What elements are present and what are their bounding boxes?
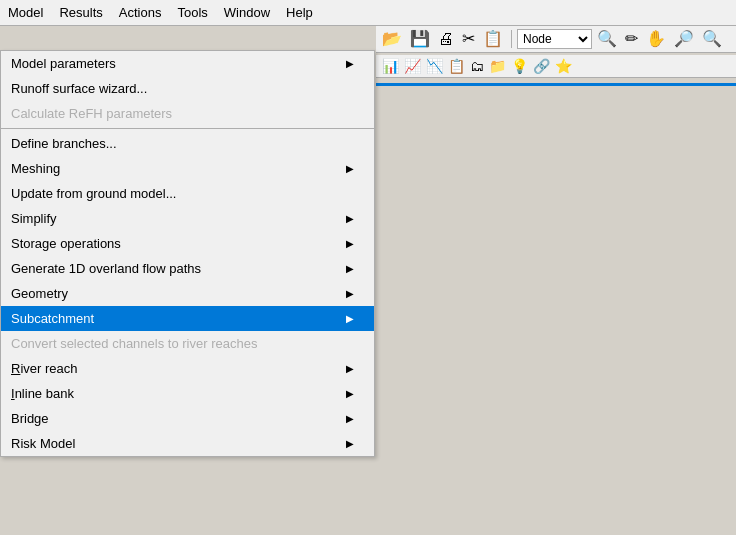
submenu-arrow-subcatchment: ▶ [346,313,354,324]
menu-generate-1d-overland[interactable]: Generate 1D overland flow paths ▶ [1,256,374,281]
menu-river-reach[interactable]: River reach ▶ [1,356,374,381]
submenu-arrow-overland: ▶ [346,263,354,274]
toolbar2-icon-8[interactable]: 🔗 [531,57,552,75]
menu-define-branches[interactable]: Define branches... [1,131,374,156]
toolbar-icon-1[interactable]: 📂 [379,28,405,49]
toolbar2-icon-1[interactable]: 📊 [380,57,401,75]
toolbar-icon-8[interactable]: ✋ [643,28,669,49]
menu-subcatchment[interactable]: Subcatchment ▶ [1,306,374,331]
menu-geometry[interactable]: Geometry ▶ [1,281,374,306]
toolbar-icon-2[interactable]: 💾 [407,28,433,49]
toolbar-icon-3[interactable]: 🖨 [435,29,457,49]
submenu-arrow-meshing: ▶ [346,163,354,174]
menu-bridge[interactable]: Bridge ▶ [1,406,374,431]
toolbar-area: 📂 💾 🖨 ✂ 📋 Node 🔍 ✏ ✋ 🔎 🔍 [376,25,736,53]
submenu-arrow-risk: ▶ [346,438,354,449]
submenu-arrow-inline: ▶ [346,388,354,399]
submenu-arrow-geometry: ▶ [346,288,354,299]
toolbar2-icon-3[interactable]: 📉 [424,57,445,75]
toolbar2-icon-7[interactable]: 💡 [509,57,530,75]
menu-model-parameters[interactable]: Model parameters ▶ [1,51,374,76]
menu-model[interactable]: Model [0,2,51,23]
toolbar2-icon-2[interactable]: 📈 [402,57,423,75]
toolbar-icon-4[interactable]: ✂ [459,28,478,49]
toolbar2-icon-6[interactable]: 📁 [487,57,508,75]
toolbar-separator-1 [511,30,512,48]
submenu-arrow-simplify: ▶ [346,213,354,224]
toolbar2-icon-5[interactable]: 🗂 [468,57,486,75]
submenu-arrow-storage: ▶ [346,238,354,249]
toolbar-icon-10[interactable]: 🔍 [699,28,725,49]
model-dropdown-menu: Model parameters ▶ Runoff surface wizard… [0,50,375,457]
menu-simplify[interactable]: Simplify ▶ [1,206,374,231]
toolbar-icon-5[interactable]: 📋 [480,28,506,49]
node-select[interactable]: Node [517,29,592,49]
menu-convert-channels: Convert selected channels to river reach… [1,331,374,356]
menu-storage-operations[interactable]: Storage operations ▶ [1,231,374,256]
submenu-arrow-river: ▶ [346,363,354,374]
toolbar-icon-6[interactable]: 🔍 [594,28,620,49]
menu-results[interactable]: Results [51,2,110,23]
menu-window[interactable]: Window [216,2,278,23]
submenu-arrow-bridge: ▶ [346,413,354,424]
menubar: Model Results Actions Tools Window Help [0,0,736,26]
menu-help[interactable]: Help [278,2,321,23]
menu-actions[interactable]: Actions [111,2,170,23]
menu-risk-model[interactable]: Risk Model ▶ [1,431,374,456]
toolbar-icon-9[interactable]: 🔎 [671,28,697,49]
toolbar-icon-7[interactable]: ✏ [622,28,641,49]
toolbar2-icon-4[interactable]: 📋 [446,57,467,75]
menu-calculate-refh: Calculate ReFH parameters [1,101,374,126]
submenu-arrow: ▶ [346,58,354,69]
menu-tools[interactable]: Tools [169,2,215,23]
menu-runoff-surface-wizard[interactable]: Runoff surface wizard... [1,76,374,101]
menu-inline-bank[interactable]: Inline bank ▶ [1,381,374,406]
menu-update-ground-model[interactable]: Update from ground model... [1,181,374,206]
toolbar2-icon-9[interactable]: ⭐ [553,57,574,75]
toolbar-row2: 📊 📈 📉 📋 🗂 📁 💡 🔗 ⭐ [376,55,736,78]
selection-indicator [376,83,736,86]
menu-meshing[interactable]: Meshing ▶ [1,156,374,181]
menu-separator-1 [1,128,374,129]
